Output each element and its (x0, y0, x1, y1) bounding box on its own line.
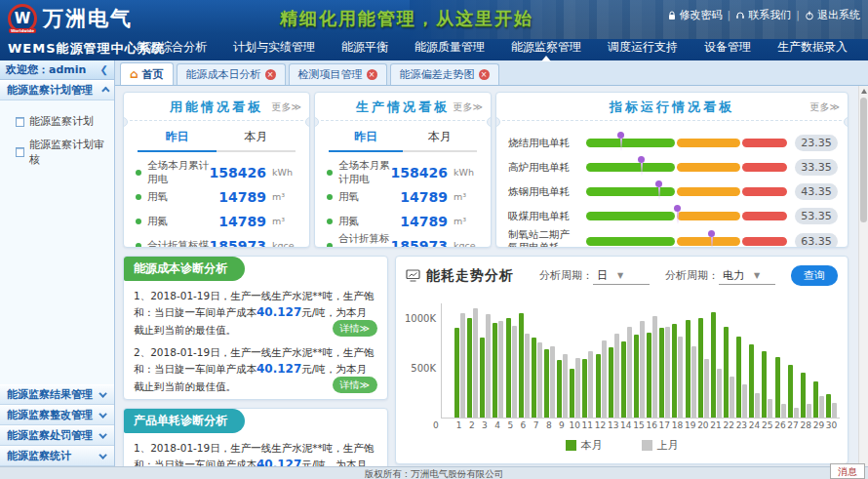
indicator-row: 高炉用电单耗 33.35 (508, 155, 838, 180)
bar-pair (492, 303, 504, 418)
contact-us-link[interactable]: 联系我们 (735, 8, 791, 22)
bar (519, 313, 524, 418)
bar (768, 399, 772, 418)
bar-pair (710, 303, 723, 418)
separator: | (796, 9, 800, 21)
x-tick: 30 (825, 420, 838, 430)
nav-energy-quality[interactable]: 能源质量管理 (414, 39, 485, 56)
nav-dispatch-support[interactable]: 调度运行支持 (608, 39, 678, 56)
bar (807, 404, 811, 418)
bar-pair (581, 303, 594, 418)
indicator-bar (586, 163, 787, 172)
sidebar-group-rectification[interactable]: 能源监察整改管理 (0, 405, 114, 425)
sidebar-item-supervision-plan[interactable]: 能源监察计划 (16, 114, 114, 129)
tab-yesterday[interactable]: 昨日 (138, 129, 217, 152)
sidebar-group-punishment[interactable]: 能源监察处罚管理 (0, 425, 114, 446)
nav-plan-performance[interactable]: 计划与实绩管理 (233, 39, 315, 56)
scroll-up-arrow[interactable] (861, 89, 867, 94)
nav-energy-analysis[interactable]: 能源综合分析 (137, 39, 207, 56)
kpi-tabs: 昨日 本月 (329, 129, 477, 152)
legend-this-month[interactable]: 本月 (566, 438, 603, 453)
tab-this-month[interactable]: 本月 (403, 129, 477, 152)
more-link[interactable]: 更多≫ (272, 93, 301, 121)
kpi-rows: 全场本月累计用电158426kWh 用氧14789m³ 用氮14789m³ 合计… (327, 160, 481, 248)
bar (813, 381, 818, 418)
x-tick: 11 (581, 420, 594, 430)
chevron-up-icon (101, 86, 109, 94)
diagnosis-item: 1、2018-01-19日，生产一线生产水泥**吨，生产饱和：当日旋一车间单产成… (134, 440, 377, 466)
username: admin (49, 63, 86, 76)
sidebar-group-plan-management[interactable]: 能源监察计划管理 (0, 80, 114, 100)
diagnosis-list: 1、2018-01-19日，生产一线生产水泥**吨，生产饱和：当日旋一车间单产成… (124, 433, 387, 466)
bar (832, 403, 837, 418)
bar (614, 334, 619, 418)
x-tick: 15 (632, 420, 645, 430)
scrollbar-thumb[interactable] (860, 98, 867, 222)
nav-production-data-entry[interactable]: 生产数据录入 (777, 39, 848, 56)
period-select[interactable]: 日▼ (593, 267, 650, 285)
bar (602, 340, 607, 418)
indicator-value-badge: 43.35 (795, 183, 838, 200)
bar (711, 312, 716, 418)
bar (480, 338, 485, 418)
sidebar-group-statistics[interactable]: 能源监察统计 (0, 446, 114, 466)
dashboard-content: 用能情况看板 更多≫ 昨日 本月 全场本月累计用电158426kWh 用氧147… (115, 86, 858, 466)
bar-pair (646, 303, 658, 418)
chevron-down-icon (99, 410, 106, 418)
bar-pair (531, 303, 543, 418)
bullet-icon (327, 170, 333, 176)
legend-last-month[interactable]: 上月 (642, 438, 679, 453)
tab-energy-deviation-trend[interactable]: 能源偏差走势图 × (390, 63, 499, 85)
x-tick: 17 (658, 420, 671, 430)
bar-pair (685, 303, 697, 418)
bar (557, 360, 562, 418)
sidebar-group-result-management[interactable]: 能源监察结果管理 (0, 384, 114, 405)
indicator-marker (655, 180, 662, 187)
kpi-row: 合计折算标煤185973kgce (136, 233, 299, 248)
energy-type-select[interactable]: 电力▼ (719, 267, 775, 285)
more-link[interactable]: 更多≫ (454, 93, 483, 121)
message-tab[interactable]: 消息 (830, 463, 865, 479)
nav-energy-balance[interactable]: 能源平衡 (341, 39, 388, 56)
bar (788, 365, 793, 418)
indicator-value-badge: 33.35 (795, 159, 838, 176)
sidebar-collapse-icon[interactable]: ❮ (100, 64, 108, 75)
sidebar-item-supervision-plan-review[interactable]: 能源监察计划审核 (16, 138, 114, 167)
bar-pair (723, 303, 735, 418)
x-tick: 12 (594, 420, 607, 430)
tab-yesterday[interactable]: 昨日 (329, 129, 403, 152)
bar (724, 327, 729, 418)
detail-button[interactable]: 详情≫ (333, 320, 377, 338)
bar (532, 338, 536, 418)
tab-energy-cost-daily[interactable]: 能源成本日分析 × (177, 63, 286, 85)
more-link[interactable]: 更多≫ (810, 93, 840, 121)
x-tick: 23 (735, 420, 748, 430)
tab-inspection-project[interactable]: 检测项目管理 × (289, 63, 387, 85)
nav-energy-supervision[interactable]: 能源监察管理 (511, 39, 581, 56)
bar (775, 357, 780, 418)
change-password-link[interactable]: 修改密码 (667, 8, 723, 22)
tab-home[interactable]: ⌂ 首页 (120, 62, 174, 85)
logo: W Worldwide 万洲电气 (8, 4, 133, 33)
notch (123, 117, 128, 127)
sidebar: 欢迎您：admin ❮ 能源监察计划管理 能源监察计划 能源监察计划审核 能源监… (0, 60, 115, 466)
bar (498, 321, 503, 418)
vertical-scrollbar[interactable] (858, 86, 868, 466)
bar (647, 333, 651, 418)
query-button[interactable]: 查询 (791, 265, 838, 286)
period-control: 分析周期：日▼ (539, 267, 650, 285)
close-icon[interactable]: × (479, 69, 490, 80)
close-icon[interactable]: × (265, 69, 276, 80)
x-tick: 16 (646, 420, 658, 430)
bar (659, 328, 664, 418)
close-icon[interactable]: × (367, 69, 377, 80)
tab-this-month[interactable]: 本月 (217, 129, 296, 152)
logout-link[interactable]: 退出系统 (805, 8, 860, 22)
indicator-marker (674, 205, 681, 212)
nav-equipment[interactable]: 设备管理 (704, 39, 751, 56)
x-tick: 27 (786, 420, 799, 430)
detail-button[interactable]: 详情≫ (333, 377, 377, 394)
x-tick: 6 (517, 420, 530, 430)
indicator-value-badge: 53.35 (795, 208, 838, 224)
x-tick: 10 (569, 420, 581, 430)
